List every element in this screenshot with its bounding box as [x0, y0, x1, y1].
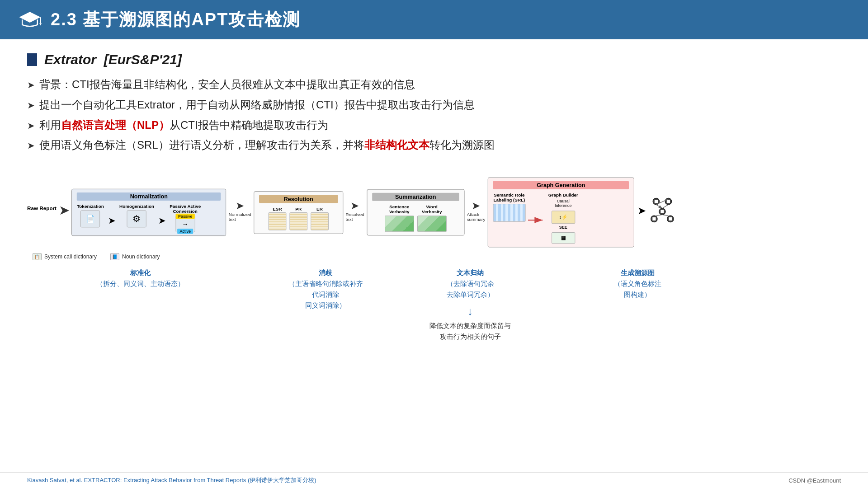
bullet-item-2: 提出一个自动化工具Extrator，用于自动从网络威胁情报（CTI）报告中提取出…: [27, 96, 841, 114]
resolution-stage: Resolution ESR PR ER: [254, 191, 343, 234]
graph-inner: Semantic RoleLabeling (SRL): [493, 192, 629, 244]
sentence-verbosity-label: SentenceVerbosity: [389, 204, 410, 214]
norm-caption-main: 标准化: [130, 267, 151, 278]
graph-builder-label: Graph Builder: [548, 192, 578, 197]
er-sub: ER: [311, 206, 329, 230]
pr-label: PR: [295, 206, 302, 211]
legend-system-call: 📋 System call dictionary: [33, 253, 97, 260]
raw-report-label: Raw Report: [27, 205, 57, 212]
system-call-label: System call dictionary: [44, 253, 97, 260]
graph-builder-sub: Graph Builder CausalInference ↕⚡ SEE ▦: [548, 192, 578, 244]
word-verbosity-visual: [417, 216, 447, 232]
svg-line-16: [662, 205, 669, 208]
bullet-item-3: 利用自然语言处理（NLP）从CTI报告中精确地提取攻击行为: [27, 116, 841, 135]
bullet-text-3: 利用自然语言处理（NLP）从CTI报告中精确地提取攻击行为: [39, 116, 328, 135]
summarization-stage: Summarization SentenceVerbosity WordVerb…: [367, 189, 464, 236]
svg-marker-2: [39, 23, 42, 25]
graduation-cap-icon: [18, 10, 42, 29]
bullet-text-1: 背景：CTI报告海量且非结构化，安全人员很难从文本中提取出真正有效的信息: [39, 75, 415, 94]
sum-caption-sub1: （去除语句冗余: [447, 278, 494, 289]
normalized-text: Normalizedtext: [229, 212, 251, 222]
passive-active-sub: Passive ActiveConversion Passive → Activ…: [170, 204, 201, 232]
norm-caption-sub: （拆分、同义词、主动语态）: [96, 278, 184, 289]
tokenization-sub: Tokenization 📄: [77, 204, 104, 227]
homogenization-sub: Homogenization ⚙: [119, 204, 154, 227]
system-call-icon: 📋: [33, 253, 42, 260]
res-caption-sub1: （主语省略句消除或补齐: [288, 278, 363, 289]
footer-author: CSDN @Eastmount: [788, 477, 841, 484]
homogenization-icon: ⚙: [127, 211, 146, 228]
er-visual: [311, 212, 329, 230]
bullet-list: 背景：CTI报告海量且非结构化，安全人员很难从文本中提取出真正有效的信息 提出一…: [27, 75, 841, 156]
diagram-area: Raw Report ➤ Normalization Tokenization …: [27, 169, 841, 463]
passive-active-label: Passive ActiveConversion: [170, 204, 201, 214]
passive-tag: Passive: [176, 214, 195, 219]
tokenization-icon: 📄: [80, 211, 100, 228]
res-caption: 消歧 （主语省略句消除或补齐 代词消除 同义词消除）: [276, 267, 375, 311]
attack-summary-label: ➤ Attacksummary: [467, 199, 486, 222]
homogenization-label: Homogenization: [119, 204, 154, 209]
srl-sub: Semantic RoleLabeling (SRL): [493, 192, 525, 222]
svg-line-18: [662, 215, 669, 216]
svg-rect-14: [669, 217, 672, 221]
legend-noun: 📘 Noun dictionary: [110, 253, 160, 260]
legend: 📋 System call dictionary 📘 Noun dictiona…: [33, 253, 841, 260]
bullet-text-2: 提出一个自动化工具Extrator，用于自动从网络威胁情报（CTI）报告中提取出…: [39, 96, 475, 114]
bullet-item-4: 使用语义角色标注（SRL）进行语义分析，理解攻击行为关系，并将非结构化文本转化为…: [27, 136, 841, 155]
srl-label: Semantic RoleLabeling (SRL): [494, 192, 525, 202]
esr-sub: ESR: [269, 206, 287, 230]
resolved-text: Resolvedtext: [346, 212, 364, 222]
svg-rect-12: [660, 210, 664, 213]
sum-extra-sub: 攻击行为相关的句子: [440, 333, 501, 340]
svg-rect-13: [652, 217, 656, 221]
main-content: Extrator [EurS&P'21] 背景：CTI报告海量且非结构化，安全人…: [0, 39, 868, 472]
graph-generation-stage: Graph Generation Semantic RoleLabeling (…: [488, 178, 634, 248]
passive-active-icon: Passive → Active: [175, 215, 195, 232]
sum-caption: 文本归纳 （去除语句冗余 去除单词冗余） ↓ 降低文本的复杂度而保留与 攻击行为…: [411, 267, 529, 342]
section-label: Extrator [EurS&P'21]: [44, 52, 182, 67]
active-tag: Active: [177, 229, 193, 234]
footer: Kiavash Satvat, et al. EXTRACTOR: Extrac…: [0, 472, 868, 488]
bullet-text-4: 使用语义角色标注（SRL）进行语义分析，理解攻击行为关系，并将非结构化文本转化为…: [39, 136, 495, 155]
arrow-to-norm: ➤: [59, 203, 70, 218]
header: 2.3 基于溯源图的APT攻击检测: [0, 0, 868, 39]
final-graph-visualization: [648, 195, 676, 225]
svg-rect-10: [655, 200, 658, 203]
graph-caption-sub1: （语义角色标注: [614, 278, 661, 289]
graph-title: Graph Generation: [493, 181, 629, 189]
res-arrow-symbol: ➤: [350, 199, 359, 212]
graph-caption-sub2: 图构建）: [624, 289, 651, 300]
norm-inner: Tokenization 📄 ➤ Homogenization ⚙ ➤ Pass…: [77, 204, 221, 232]
norm-caption: 标准化 （拆分、同义词、主动语态）: [54, 267, 226, 289]
final-arrow: ➤: [637, 204, 646, 217]
graph-caption: 生成溯源图 （语义角色标注 图构建）: [556, 267, 719, 300]
resolved-text-label: ➤ Resolvedtext: [346, 199, 364, 222]
graph-caption-main: 生成溯源图: [621, 267, 655, 278]
sum-caption-main: 文本归纳: [457, 267, 484, 278]
unstructured-highlight: 非结构化文本: [364, 139, 429, 151]
er-label: ER: [316, 206, 323, 211]
res-caption-main: 消歧: [319, 267, 332, 278]
noun-dict-icon: 📘: [110, 253, 119, 260]
footer-citation: Kiavash Satvat, et al. EXTRACTOR: Extrac…: [27, 476, 316, 484]
norm-title: Normalization: [77, 192, 221, 201]
section-title: Extrator [EurS&P'21]: [27, 52, 841, 67]
sum-inner: SentenceVerbosity WordVerbosity: [372, 204, 459, 232]
svg-line-15: [656, 205, 662, 208]
tokenization-label: Tokenization: [77, 204, 104, 209]
bullet-item-1: 背景：CTI报告海量且非结构化，安全人员很难从文本中提取出真正有效的信息: [27, 75, 841, 94]
word-verbosity-label: WordVerbosity: [422, 204, 442, 214]
noun-label: Noun dictionary: [122, 253, 160, 260]
sentence-verbosity-visual: [385, 216, 414, 232]
sum-arrow-symbol: ➤: [472, 199, 481, 212]
svg-line-17: [656, 215, 662, 216]
slide-title: 2.3 基于溯源图的APT攻击检测: [51, 8, 301, 31]
causal-inference-visual: ↕⚡: [552, 211, 575, 224]
esr-label: ESR: [273, 206, 282, 211]
res-caption-sub3: 同义词消除）: [305, 300, 346, 311]
sum-extra-main: 降低文本的复杂度而保留与: [429, 322, 511, 329]
srl-visual: [493, 204, 525, 222]
pr-visual: [289, 212, 307, 230]
norm-arrow-symbol: ➤: [236, 199, 245, 212]
res-inner: ESR PR ER: [259, 206, 338, 230]
